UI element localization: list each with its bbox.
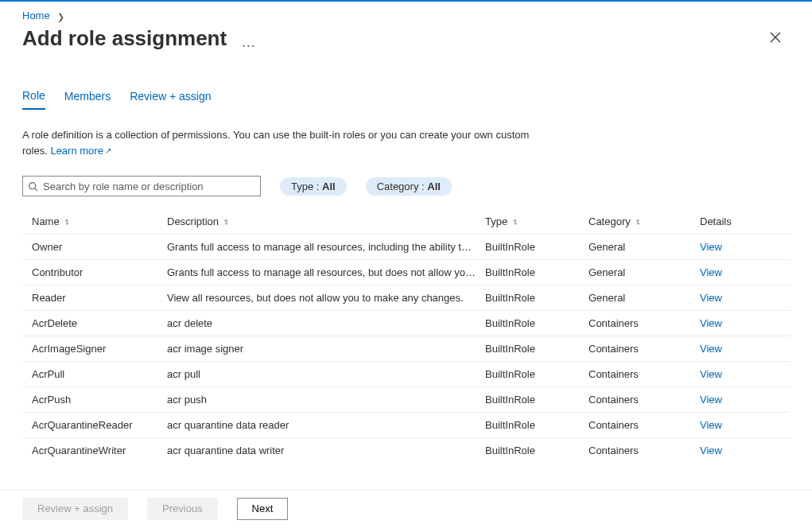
table-header: Name↑↓ Description↑↓ Type↑↓ Category↑↓ D…: [22, 209, 790, 234]
cell-details-link[interactable]: View: [700, 445, 779, 456]
col-name-label: Name: [32, 215, 60, 227]
cell-details-link[interactable]: View: [700, 343, 779, 355]
cell-description: Grants full access to manage all resourc…: [167, 266, 485, 278]
search-input-container[interactable]: [22, 176, 261, 196]
col-category-label: Category: [589, 215, 631, 227]
cell-category: Containers: [589, 394, 700, 406]
svg-line-3: [35, 188, 37, 190]
cell-name: AcrDelete: [32, 317, 167, 329]
cell-type: BuiltInRole: [485, 241, 589, 253]
cell-details-link[interactable]: View: [700, 241, 779, 253]
filter-type[interactable]: Type : All: [280, 177, 347, 196]
tab-review-assign[interactable]: Review + assign: [130, 84, 211, 110]
learn-more-link[interactable]: Learn more↗: [50, 145, 111, 157]
cell-category: Containers: [589, 368, 700, 380]
cell-details-link[interactable]: View: [700, 266, 779, 278]
cell-description: acr pull: [167, 368, 485, 380]
table-row[interactable]: OwnerGrants full access to manage all re…: [22, 234, 790, 259]
sort-icon: ↑↓: [635, 216, 638, 226]
more-actions-icon[interactable]: …: [241, 35, 257, 49]
cell-name: Owner: [32, 241, 167, 253]
cell-description: acr push: [167, 394, 485, 406]
previous-button: Previous: [147, 498, 218, 520]
sort-icon: ↑↓: [64, 216, 67, 226]
cell-category: Containers: [589, 445, 700, 456]
cell-description: Grants full access to manage all resourc…: [167, 241, 485, 253]
cell-name: AcrPush: [32, 394, 167, 406]
cell-description: acr image signer: [167, 343, 485, 355]
table-row[interactable]: AcrQuarantineReaderacr quarantine data r…: [22, 412, 790, 437]
review-assign-button: Review + assign: [22, 498, 128, 520]
col-type[interactable]: Type↑↓: [485, 215, 589, 227]
filter-category[interactable]: Category : All: [366, 177, 452, 196]
cell-category: General: [589, 292, 700, 304]
table-body: OwnerGrants full access to manage all re…: [22, 234, 790, 463]
cell-details-link[interactable]: View: [700, 292, 779, 304]
filter-type-value: All: [322, 181, 336, 192]
search-input[interactable]: [43, 181, 255, 192]
cell-description: View all resources, but does not allow y…: [167, 292, 485, 304]
external-link-icon: ↗: [105, 146, 111, 155]
cell-category: General: [589, 241, 700, 253]
filter-type-label: Type :: [291, 181, 322, 192]
breadcrumb: Home ❯: [0, 2, 812, 25]
cell-description: acr quarantine data writer: [167, 445, 485, 456]
learn-more-label: Learn more: [50, 145, 103, 157]
filter-category-label: Category :: [377, 181, 428, 192]
sort-icon: ↑↓: [223, 216, 226, 226]
svg-point-2: [29, 182, 36, 188]
cell-details-link[interactable]: View: [700, 394, 779, 406]
info-text: A role definition is a collection of per…: [22, 127, 531, 158]
table-row[interactable]: AcrPushacr pushBuiltInRoleContainersView: [22, 386, 790, 412]
cell-description: acr delete: [167, 317, 485, 329]
cell-name: AcrQuarantineReader: [32, 419, 167, 431]
table-row[interactable]: AcrPullacr pullBuiltInRoleContainersView: [22, 361, 790, 386]
table-row[interactable]: AcrImageSigneracr image signerBuiltInRol…: [22, 336, 790, 361]
filter-category-value: All: [427, 181, 441, 192]
table-row[interactable]: AcrDeleteacr deleteBuiltInRoleContainers…: [22, 310, 790, 336]
breadcrumb-home[interactable]: Home: [22, 10, 50, 21]
tabs: Role Members Review + assign: [22, 84, 790, 110]
col-description-label: Description: [167, 215, 219, 227]
cell-type: BuiltInRole: [485, 266, 589, 278]
tab-role[interactable]: Role: [22, 84, 45, 110]
cell-type: BuiltInRole: [485, 343, 589, 355]
cell-details-link[interactable]: View: [700, 368, 779, 380]
table-row[interactable]: ReaderView all resources, but does not a…: [22, 285, 790, 310]
col-name[interactable]: Name↑↓: [32, 215, 167, 227]
table-row[interactable]: ContributorGrants full access to manage …: [22, 259, 790, 285]
close-icon: [770, 32, 781, 43]
cell-category: Containers: [589, 343, 700, 355]
cell-name: AcrQuarantineWriter: [32, 445, 167, 456]
close-button[interactable]: [766, 29, 785, 49]
content-scroll[interactable]: Role Members Review + assign A role defi…: [0, 70, 812, 490]
col-type-label: Type: [485, 215, 507, 227]
cell-type: BuiltInRole: [485, 368, 589, 380]
cell-details-link[interactable]: View: [700, 419, 779, 431]
cell-name: AcrImageSigner: [32, 343, 167, 355]
search-icon: [28, 181, 38, 192]
breadcrumb-separator-icon: ❯: [57, 12, 64, 21]
next-button[interactable]: Next: [237, 498, 289, 520]
cell-type: BuiltInRole: [485, 419, 589, 431]
cell-type: BuiltInRole: [485, 445, 589, 456]
sort-icon: ↑↓: [512, 216, 515, 226]
cell-type: BuiltInRole: [485, 394, 589, 406]
table-row[interactable]: AcrQuarantineWriteracr quarantine data w…: [22, 437, 790, 463]
horizontal-scrollbar[interactable]: [0, 520, 812, 528]
cell-category: General: [589, 266, 700, 278]
cell-name: AcrPull: [32, 368, 167, 380]
cell-category: Containers: [589, 419, 700, 431]
col-description[interactable]: Description↑↓: [167, 215, 485, 227]
page-title: Add role assignment: [22, 26, 227, 51]
cell-details-link[interactable]: View: [700, 317, 779, 329]
cell-name: Contributor: [32, 266, 167, 278]
tab-members[interactable]: Members: [64, 84, 111, 110]
roles-table: Name↑↓ Description↑↓ Type↑↓ Category↑↓ D…: [22, 209, 790, 463]
cell-name: Reader: [32, 292, 167, 304]
cell-description: acr quarantine data reader: [167, 419, 485, 431]
footer: Review + assign Previous Next: [0, 490, 812, 520]
cell-type: BuiltInRole: [485, 317, 589, 329]
cell-category: Containers: [589, 317, 700, 329]
col-category[interactable]: Category↑↓: [589, 215, 700, 227]
